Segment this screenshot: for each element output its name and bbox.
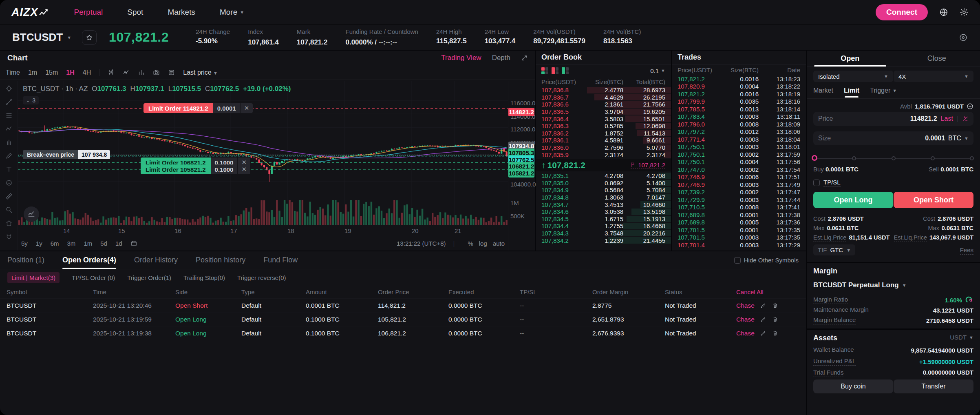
- range-1m[interactable]: 1m: [84, 240, 92, 247]
- assets-currency-select[interactable]: USDT▼: [813, 334, 973, 341]
- trash-icon[interactable]: [772, 302, 778, 308]
- edit-icon[interactable]: [760, 316, 766, 322]
- interval-15m[interactable]: 15m: [45, 69, 58, 76]
- trash-icon[interactable]: [772, 316, 778, 322]
- nav-item-markets[interactable]: Markets: [168, 8, 195, 17]
- connect-button[interactable]: Connect: [876, 4, 928, 20]
- margin-position-select[interactable]: BTCUSDT Perpetual Long▼: [813, 281, 973, 289]
- order-book-row[interactable]: 107,834.90.56845.7084: [536, 186, 671, 194]
- book-last-price[interactable]: ↑ 107,821.2: [541, 160, 585, 170]
- order-book-row[interactable]: 107,834.73.451310.4660: [536, 201, 671, 208]
- tab-position-history[interactable]: Position history: [196, 251, 245, 269]
- chart-tab-depth[interactable]: Depth: [492, 54, 510, 62]
- tif-select[interactable]: TIF GTC ▼: [813, 244, 855, 255]
- use-last-button[interactable]: Last: [941, 115, 953, 122]
- subtab-trigger-order-1-[interactable]: Trigger Order(1): [127, 274, 171, 281]
- price-type-select[interactable]: Last price ▼: [183, 69, 218, 76]
- order-book-row[interactable]: 107,836.43.580315.6501: [536, 115, 671, 122]
- order-book-row[interactable]: 107,834.21.223921.4455: [536, 237, 671, 244]
- order-book-row[interactable]: 107,836.82.477828.6973: [536, 87, 671, 94]
- gear-icon[interactable]: [960, 8, 969, 17]
- open-short-button[interactable]: Open Short: [894, 192, 973, 208]
- slider-stop-50[interactable]: [892, 156, 896, 160]
- ticker-settings-icon[interactable]: [959, 33, 968, 42]
- crosshair-tool-icon[interactable]: [5, 85, 13, 92]
- cancel-all-button[interactable]: Cancel All: [736, 289, 799, 295]
- subtab-trigger-reverse-0-[interactable]: Trigger reverse(0): [237, 274, 286, 281]
- subtab-limit-market-3-[interactable]: Limit | Market(3): [7, 272, 60, 283]
- nav-item-more[interactable]: More▼: [220, 8, 244, 17]
- magnet-tool-icon[interactable]: [5, 233, 13, 240]
- tab-fund-flow[interactable]: Fund Flow: [263, 251, 298, 269]
- globe-icon[interactable]: [939, 8, 948, 17]
- chart-tab-trading-view[interactable]: Trading View: [441, 54, 481, 62]
- mark-price[interactable]: 107,821.2: [631, 162, 665, 169]
- tab-order-history[interactable]: Order History: [134, 251, 178, 269]
- tpsl-checkbox[interactable]: [813, 180, 820, 186]
- size-slider[interactable]: [815, 156, 972, 161]
- emoji-tool-icon[interactable]: [5, 179, 13, 186]
- precision-selector[interactable]: 0.1 ▼: [650, 67, 665, 74]
- scale-auto[interactable]: auto: [493, 240, 505, 247]
- order-book-row[interactable]: 107,836.14.58919.6661: [536, 137, 671, 144]
- pitchfork-tool-icon[interactable]: [5, 139, 13, 146]
- symbol-selector[interactable]: BTCUSDT ▼: [12, 31, 71, 44]
- range-1d[interactable]: 1d: [115, 240, 122, 247]
- home-tool-icon[interactable]: [5, 220, 13, 227]
- order-book-row[interactable]: 107,835.14.27084.2708: [536, 172, 671, 180]
- order-book-row[interactable]: 107,835.00.86925.1400: [536, 180, 671, 187]
- chase-button[interactable]: Chase: [736, 330, 755, 337]
- transfer-button[interactable]: Transfer: [894, 379, 973, 393]
- slider-stop-0[interactable]: [812, 155, 817, 161]
- price-value[interactable]: 114821.2: [910, 115, 937, 122]
- tab-open-orders-4-[interactable]: Open Orders(4): [62, 251, 116, 269]
- order-book-row[interactable]: 107,836.62.136121.7566: [536, 101, 671, 108]
- order-book-row[interactable]: 107,835.92.31742.3174: [536, 151, 671, 158]
- subtab-trailing-stop-0-[interactable]: Trailing Stop(0): [183, 274, 225, 281]
- order-book-row[interactable]: 107,834.63.053813.5198: [536, 208, 671, 215]
- chase-button[interactable]: Chase: [736, 316, 755, 323]
- chart-clock[interactable]: 13:21:22 (UTC+8): [397, 240, 446, 247]
- indicator-collapse-chip[interactable]: ⌄ 3: [23, 96, 39, 104]
- chase-button[interactable]: Chase: [736, 302, 755, 309]
- order-book-row[interactable]: 107,834.33.754820.2216: [536, 230, 671, 237]
- nav-item-perptual[interactable]: Perptual: [74, 8, 103, 17]
- favorite-star-icon[interactable]: [82, 30, 97, 45]
- order-book-row[interactable]: 107,836.02.75965.0770: [536, 144, 671, 151]
- interval-4h[interactable]: 4H: [83, 69, 91, 76]
- range-5d[interactable]: 5d: [100, 240, 107, 247]
- zoom-tool-icon[interactable]: [5, 206, 13, 213]
- scale-%[interactable]: %: [468, 240, 473, 247]
- compare-icon[interactable]: [138, 69, 145, 76]
- price-input[interactable]: Price 114821.2 Last |: [813, 112, 973, 126]
- edit-icon[interactable]: [760, 302, 766, 308]
- nav-item-spot[interactable]: Spot: [127, 8, 143, 17]
- ruler-tool-icon[interactable]: [5, 193, 13, 200]
- order-book-row[interactable]: 107,836.74.462926.2195: [536, 94, 671, 101]
- tab-close[interactable]: Close: [894, 51, 980, 67]
- range-1y[interactable]: 1y: [36, 240, 42, 247]
- subtab-tp-sl-order-0-[interactable]: TP/SL Order (0): [72, 274, 115, 281]
- book-view-all-icon[interactable]: [541, 67, 548, 74]
- leverage-select[interactable]: 4X▼: [894, 71, 973, 82]
- edit-icon[interactable]: [760, 330, 766, 336]
- plus-minus-icon[interactable]: [962, 115, 969, 122]
- text-tool-icon[interactable]: [5, 166, 13, 173]
- fees-link[interactable]: Fees: [960, 246, 973, 255]
- trendline-tool-icon[interactable]: [5, 98, 13, 106]
- expand-icon[interactable]: [521, 55, 528, 61]
- size-value[interactable]: 0.0001: [925, 135, 945, 142]
- order-book-row[interactable]: 107,834.51.671515.1913: [536, 215, 671, 223]
- size-input[interactable]: Size 0.0001 BTC ▼: [813, 131, 973, 145]
- fib-tool-icon[interactable]: [5, 112, 13, 119]
- tab-limit[interactable]: Limit: [844, 87, 859, 98]
- pattern-tool-icon[interactable]: [5, 125, 13, 133]
- margin-mode-select[interactable]: Isolated▼: [813, 71, 893, 82]
- slider-stop-100[interactable]: [970, 156, 974, 160]
- tab-position-1-[interactable]: Position (1): [7, 251, 44, 269]
- order-book-row[interactable]: 107,834.81.30637.0147: [536, 194, 671, 201]
- tab-open[interactable]: Open: [807, 51, 894, 67]
- limit-order-pill[interactable]: Limit Order 114821.20.0001✕: [143, 103, 253, 113]
- indicators-icon[interactable]: [123, 69, 130, 76]
- order-book-row[interactable]: 107,836.53.970419.6205: [536, 108, 671, 115]
